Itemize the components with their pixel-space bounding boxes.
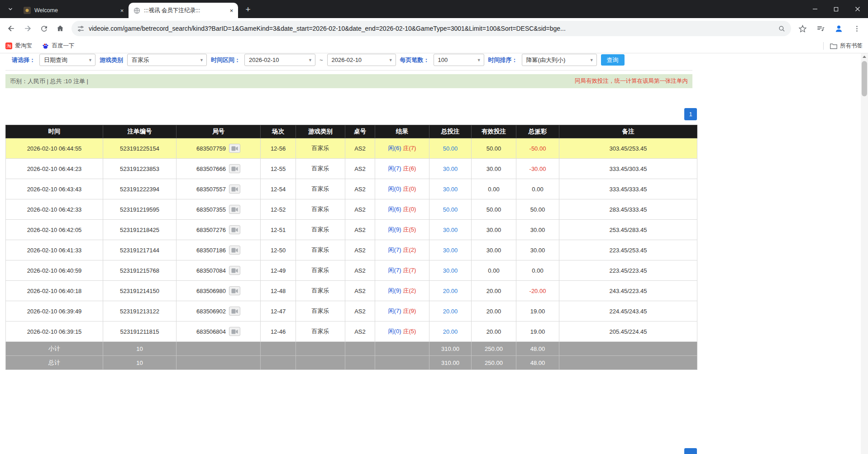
maximize-button[interactable]: [825, 0, 847, 18]
column-header: 游戏类别: [296, 125, 345, 138]
video-replay-icon[interactable]: [229, 327, 240, 336]
result-player: 闲(9): [388, 287, 401, 294]
column-header: 备注: [559, 125, 697, 138]
chevron-down-icon: ▼: [305, 54, 315, 66]
video-replay-icon[interactable]: [229, 184, 240, 194]
welcome-favicon-icon: [24, 7, 31, 14]
video-replay-icon[interactable]: [229, 164, 240, 173]
table-row: 2026-02-10 06:44:55523191225154683507759…: [6, 138, 697, 159]
cell-game: 百家乐: [296, 159, 345, 179]
filter-bar: 请选择： 日期查询 ▼ 游戏类别 百家乐 ▼ 时间区间： 2026-02-10 …: [5, 53, 692, 71]
cell-round-id: 683506902: [176, 301, 261, 322]
cell-valid-bet: 50.00: [472, 138, 516, 159]
back-button[interactable]: [4, 21, 19, 36]
round-id: 683507557: [196, 186, 226, 193]
tab-welcome[interactable]: Welcome ×: [19, 3, 129, 18]
scrollbar-thumb[interactable]: [862, 61, 867, 96]
cell-game: 百家乐: [296, 301, 345, 322]
media-playlist-icon: [816, 24, 825, 33]
bookmark-baidu[interactable]: 百度一下: [42, 42, 75, 50]
column-header: 场次: [261, 125, 296, 138]
video-replay-icon[interactable]: [229, 144, 240, 153]
footer-cell: 250.00: [472, 356, 516, 370]
result-player: 闲(6): [388, 145, 401, 151]
media-controls-button[interactable]: [813, 21, 828, 36]
cell-round-id: 683507759: [176, 138, 261, 159]
cell-payout: 19.00: [516, 322, 559, 342]
maximize-icon: [834, 7, 839, 12]
result-banker: 庄(7): [403, 145, 416, 151]
result-banker: 庄(2): [403, 246, 416, 253]
home-button[interactable]: [52, 21, 68, 36]
sort-select[interactable]: 降冪(由大到小) ▼: [522, 54, 597, 66]
bottom-pagination-button[interactable]: [684, 448, 697, 454]
cell-valid-bet: 30.00: [472, 159, 516, 179]
cell-result: 闲(9)庄(5): [375, 220, 429, 240]
bookmark-aitaobao[interactable]: 淘 爱淘宝: [5, 42, 32, 50]
column-header: 局号: [176, 125, 261, 138]
home-icon: [56, 24, 65, 33]
close-button[interactable]: [847, 0, 868, 18]
profile-button[interactable]: [831, 21, 846, 36]
video-replay-icon[interactable]: [229, 225, 240, 234]
video-replay-icon[interactable]: [229, 266, 240, 275]
page-size-select[interactable]: 100 ▼: [434, 54, 484, 66]
bookmark-star-button[interactable]: [795, 21, 810, 36]
tab-title: :::视讯 会员下注纪录:::: [144, 7, 224, 14]
menu-button[interactable]: [849, 21, 864, 36]
cell-bet-id: 523191217144: [103, 240, 176, 260]
site-info-icon[interactable]: [77, 25, 85, 33]
table-row: 2026-02-10 06:39:49523191213122683506902…: [6, 301, 697, 322]
date-start-select[interactable]: 2026-02-10 ▼: [244, 54, 315, 66]
footer-cell: [261, 356, 296, 370]
cell-payout: -50.00: [516, 138, 559, 159]
reload-button[interactable]: [36, 21, 52, 36]
zoom-icon[interactable]: [778, 25, 786, 33]
query-type-select[interactable]: 日期查询 ▼: [39, 54, 95, 66]
table-row: 2026-02-10 06:44:23523191223853683507666…: [6, 159, 697, 179]
tab-close-icon[interactable]: ×: [228, 7, 235, 14]
globe-favicon-icon: [133, 7, 140, 14]
star-icon: [798, 24, 807, 33]
page-size-value: 100: [434, 57, 474, 63]
minimize-button[interactable]: [804, 0, 825, 18]
result-player: 闲(7): [388, 165, 401, 172]
tab-search-button[interactable]: [5, 3, 16, 15]
cell-payout: 0.00: [516, 179, 559, 199]
column-header: 总派彩: [516, 125, 559, 138]
cell-payout: 30.00: [516, 220, 559, 240]
minimize-icon: [812, 6, 818, 12]
video-replay-icon[interactable]: [229, 205, 240, 214]
search-button[interactable]: 查询: [601, 54, 625, 66]
cell-session: 12-47: [261, 301, 296, 322]
summary-warning-text: 同局有效投注，统一计算在该局第一张注单内: [575, 77, 688, 85]
scroll-up-arrow-icon[interactable]: [861, 53, 868, 60]
bet-table-head-row: 时间注单编号局号场次游戏类别桌号结果总投注有效投注总派彩备注: [6, 125, 697, 138]
url-bar[interactable]: videoie.com/game/betrecord_search/kind3?…: [72, 21, 791, 36]
cell-total-bet: 30.00: [429, 240, 472, 260]
page-1-button[interactable]: 1: [684, 108, 697, 120]
date-end-value: 2026-02-10: [328, 57, 386, 63]
video-replay-icon[interactable]: [229, 246, 240, 255]
chevron-down-icon: ▼: [386, 54, 396, 66]
forward-button[interactable]: [20, 21, 35, 36]
tab-close-icon[interactable]: ×: [118, 7, 126, 14]
window-controls: [804, 0, 868, 18]
all-bookmarks-button[interactable]: 所有书签: [823, 42, 863, 50]
new-tab-button[interactable]: +: [242, 3, 254, 16]
footer-cell: [375, 342, 429, 356]
cell-total-bet: 20.00: [429, 322, 472, 342]
video-replay-icon[interactable]: [229, 307, 240, 316]
vertical-scrollbar[interactable]: [861, 53, 868, 454]
three-dot-menu-icon: [853, 25, 861, 33]
game-category-select[interactable]: 百家乐 ▼: [127, 54, 207, 66]
date-end-select[interactable]: 2026-02-10 ▼: [327, 54, 396, 66]
currency-summary-text: 币别：人民币 | 总共 :10 注单 |: [10, 77, 88, 85]
cell-table-no: AS2: [345, 240, 375, 260]
cell-bet-id: 523191218425: [103, 220, 176, 240]
cell-time: 2026-02-10 06:42:05: [6, 220, 103, 240]
video-replay-icon[interactable]: [229, 286, 240, 295]
browser-titlebar: Welcome × :::视讯 会员下注纪录::: × +: [0, 0, 868, 18]
tab-betrecord[interactable]: :::视讯 会员下注纪录::: ×: [129, 3, 238, 18]
bookmarks-bar: 淘 爱淘宝 百度一下 所有书签: [0, 39, 868, 53]
